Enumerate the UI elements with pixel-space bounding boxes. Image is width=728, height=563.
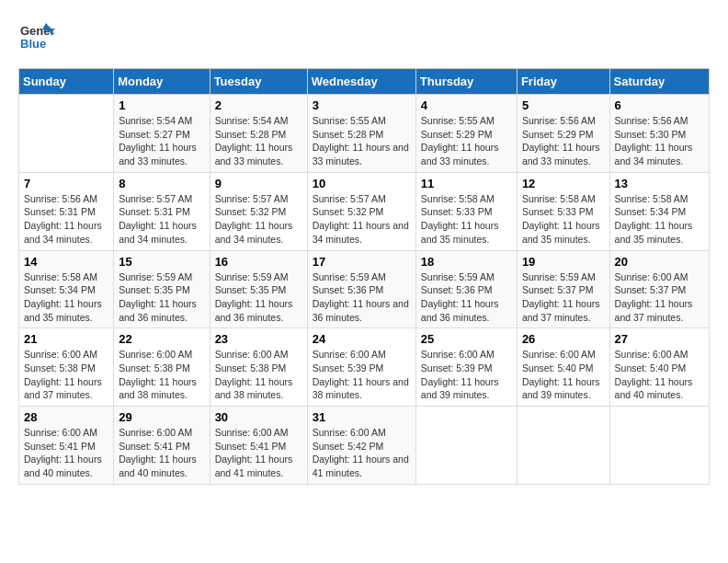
day-detail: Sunrise: 5:57 AMSunset: 5:31 PMDaylight:… [119,192,204,247]
day-number: 7 [24,177,108,190]
header-friday: Friday [517,69,609,95]
calendar-cell: 31 Sunrise: 6:00 AMSunset: 5:42 PMDaylig… [307,407,415,485]
svg-text:Blue: Blue [20,37,46,51]
day-number: 11 [421,177,512,190]
day-detail: Sunrise: 5:56 AMSunset: 5:30 PMDaylight:… [615,114,704,168]
calendar-cell: 8 Sunrise: 5:57 AMSunset: 5:31 PMDayligh… [114,172,210,250]
day-number: 29 [119,410,204,424]
day-detail: Sunrise: 6:00 AMSunset: 5:38 PMDaylight:… [119,348,204,402]
day-number: 23 [215,332,302,346]
day-number: 21 [24,332,108,346]
day-detail: Sunrise: 6:00 AMSunset: 5:42 PMDaylight:… [313,426,411,480]
day-detail: Sunrise: 5:58 AMSunset: 5:34 PMDaylight:… [24,270,108,325]
calendar-cell: 26 Sunrise: 6:00 AMSunset: 5:40 PMDaylig… [517,328,609,407]
calendar-cell: 18 Sunrise: 5:59 AMSunset: 5:36 PMDaylig… [415,250,517,328]
day-number: 26 [522,332,605,346]
calendar-cell: 4 Sunrise: 5:55 AMSunset: 5:29 PMDayligh… [415,95,517,173]
calendar-cell: 30 Sunrise: 6:00 AMSunset: 5:41 PMDaylig… [210,407,307,485]
calendar-cell: 11 Sunrise: 5:58 AMSunset: 5:33 PMDaylig… [415,172,517,250]
day-number: 3 [313,98,411,112]
day-number: 13 [615,177,704,190]
day-detail: Sunrise: 5:59 AMSunset: 5:37 PMDaylight:… [522,270,605,325]
day-detail: Sunrise: 5:55 AMSunset: 5:29 PMDaylight:… [421,114,512,168]
day-detail: Sunrise: 6:00 AMSunset: 5:40 PMDaylight:… [522,348,605,402]
day-detail: Sunrise: 6:00 AMSunset: 5:38 PMDaylight:… [24,348,108,402]
day-detail: Sunrise: 6:00 AMSunset: 5:37 PMDaylight:… [615,270,704,325]
day-detail: Sunrise: 5:58 AMSunset: 5:33 PMDaylight:… [421,192,512,247]
day-number: 8 [119,177,204,190]
calendar-cell: 15 Sunrise: 5:59 AMSunset: 5:35 PMDaylig… [114,250,210,328]
day-detail: Sunrise: 6:00 AMSunset: 5:41 PMDaylight:… [24,426,108,480]
calendar-cell: 1 Sunrise: 5:54 AMSunset: 5:27 PMDayligh… [114,95,210,173]
day-number: 6 [615,98,704,112]
calendar-cell: 7 Sunrise: 5:56 AMSunset: 5:31 PMDayligh… [19,172,114,250]
day-number: 10 [313,177,411,190]
day-number: 31 [313,410,411,424]
day-detail: Sunrise: 5:59 AMSunset: 5:36 PMDaylight:… [421,270,512,325]
calendar-cell: 13 Sunrise: 5:58 AMSunset: 5:34 PMDaylig… [609,172,709,250]
day-number: 18 [421,255,512,269]
calendar-cell: 27 Sunrise: 6:00 AMSunset: 5:40 PMDaylig… [609,328,709,407]
calendar-cell: 16 Sunrise: 5:59 AMSunset: 5:35 PMDaylig… [210,250,307,328]
calendar-cell: 9 Sunrise: 5:57 AMSunset: 5:32 PMDayligh… [210,172,307,250]
day-number: 27 [615,332,704,346]
day-number: 2 [215,98,302,112]
day-detail: Sunrise: 5:59 AMSunset: 5:36 PMDaylight:… [313,270,411,325]
day-number: 20 [615,255,704,269]
calendar-header-row: SundayMondayTuesdayWednesdayThursdayFrid… [19,69,710,95]
day-detail: Sunrise: 5:58 AMSunset: 5:34 PMDaylight:… [615,192,704,247]
page-header: General Blue [18,18,710,59]
day-detail: Sunrise: 5:57 AMSunset: 5:32 PMDaylight:… [313,192,411,247]
day-detail: Sunrise: 5:56 AMSunset: 5:31 PMDaylight:… [24,192,108,247]
day-detail: Sunrise: 6:00 AMSunset: 5:40 PMDaylight:… [615,348,704,402]
day-detail: Sunrise: 5:57 AMSunset: 5:32 PMDaylight:… [215,192,302,247]
calendar-cell: 12 Sunrise: 5:58 AMSunset: 5:33 PMDaylig… [517,172,609,250]
calendar-cell [19,95,114,173]
calendar-cell: 23 Sunrise: 6:00 AMSunset: 5:38 PMDaylig… [210,328,307,407]
day-number: 9 [215,177,302,190]
day-detail: Sunrise: 5:59 AMSunset: 5:35 PMDaylight:… [215,270,302,325]
calendar-cell: 14 Sunrise: 5:58 AMSunset: 5:34 PMDaylig… [19,250,114,328]
calendar-cell: 28 Sunrise: 6:00 AMSunset: 5:41 PMDaylig… [19,407,114,485]
day-number: 4 [421,98,512,112]
logo-icon: General Blue [18,18,55,55]
day-number: 14 [24,255,108,269]
calendar-week-row: 28 Sunrise: 6:00 AMSunset: 5:41 PMDaylig… [19,407,710,485]
calendar-cell: 29 Sunrise: 6:00 AMSunset: 5:41 PMDaylig… [114,407,210,485]
calendar-week-row: 1 Sunrise: 5:54 AMSunset: 5:27 PMDayligh… [19,95,710,173]
day-detail: Sunrise: 5:59 AMSunset: 5:35 PMDaylight:… [119,270,204,325]
header-wednesday: Wednesday [307,69,415,95]
calendar-cell [517,407,609,485]
day-number: 16 [215,255,302,269]
day-detail: Sunrise: 6:00 AMSunset: 5:39 PMDaylight:… [313,348,411,402]
day-detail: Sunrise: 5:55 AMSunset: 5:28 PMDaylight:… [313,114,411,168]
day-number: 30 [215,410,302,424]
day-number: 28 [24,410,108,424]
day-number: 5 [522,98,605,112]
day-detail: Sunrise: 6:00 AMSunset: 5:41 PMDaylight:… [119,426,204,480]
calendar-week-row: 14 Sunrise: 5:58 AMSunset: 5:34 PMDaylig… [19,250,710,328]
calendar-cell: 24 Sunrise: 6:00 AMSunset: 5:39 PMDaylig… [307,328,415,407]
calendar-cell [609,407,709,485]
calendar-cell: 21 Sunrise: 6:00 AMSunset: 5:38 PMDaylig… [19,328,114,407]
calendar-cell: 2 Sunrise: 5:54 AMSunset: 5:28 PMDayligh… [210,95,307,173]
day-number: 22 [119,332,204,346]
calendar-week-row: 21 Sunrise: 6:00 AMSunset: 5:38 PMDaylig… [19,328,710,407]
header-thursday: Thursday [415,69,517,95]
day-detail: Sunrise: 5:54 AMSunset: 5:27 PMDaylight:… [119,114,204,168]
calendar-cell: 17 Sunrise: 5:59 AMSunset: 5:36 PMDaylig… [307,250,415,328]
calendar-table: SundayMondayTuesdayWednesdayThursdayFrid… [18,68,710,485]
calendar-cell [415,407,517,485]
day-detail: Sunrise: 5:56 AMSunset: 5:29 PMDaylight:… [522,114,605,168]
calendar-cell: 25 Sunrise: 6:00 AMSunset: 5:39 PMDaylig… [415,328,517,407]
calendar-cell: 3 Sunrise: 5:55 AMSunset: 5:28 PMDayligh… [307,95,415,173]
header-saturday: Saturday [609,69,709,95]
header-monday: Monday [114,69,210,95]
calendar-cell: 6 Sunrise: 5:56 AMSunset: 5:30 PMDayligh… [609,95,709,173]
day-detail: Sunrise: 6:00 AMSunset: 5:38 PMDaylight:… [215,348,302,402]
day-number: 15 [119,255,204,269]
day-detail: Sunrise: 5:58 AMSunset: 5:33 PMDaylight:… [522,192,605,247]
header-sunday: Sunday [19,69,114,95]
day-detail: Sunrise: 5:54 AMSunset: 5:28 PMDaylight:… [215,114,302,168]
day-number: 25 [421,332,512,346]
